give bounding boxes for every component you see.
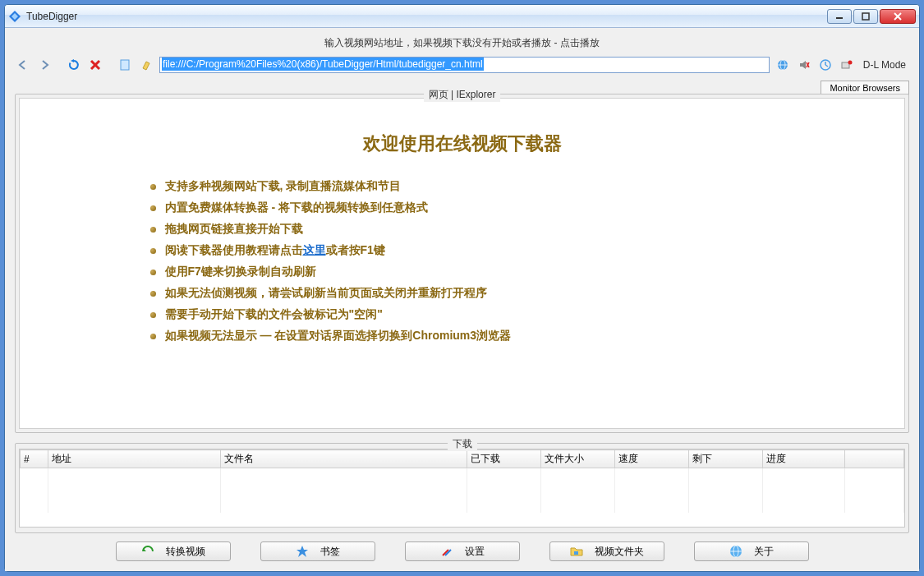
about-button[interactable]: 关于 xyxy=(694,541,809,561)
settings-button[interactable]: 设置 xyxy=(405,541,520,561)
toolbar: file:///C:/Program%20Files%20(x86)/TubeD… xyxy=(15,55,909,78)
welcome-list: 支持多种视频网站下载, 录制直播流媒体和节目 内置免费媒体转换器 - 将下载的视… xyxy=(150,176,775,347)
about-icon xyxy=(729,545,742,558)
client-area: 输入视频网站地址，如果视频下载没有开始或者播放 - 点击播放 file:///C… xyxy=(5,28,919,571)
col-filesize[interactable]: 文件大小 xyxy=(541,450,615,468)
download-fieldset-label: 下载 xyxy=(448,437,477,451)
back-button[interactable] xyxy=(15,57,31,73)
download-fieldset: 下载 # 地址 文件名 已下载 文件大小 xyxy=(15,443,909,533)
welcome-item: 如果视频无法显示 — 在设置对话界面选择切换到Chromium3浏览器 xyxy=(150,325,775,347)
svg-point-16 xyxy=(848,61,852,65)
page-icon[interactable] xyxy=(117,57,133,73)
star-icon xyxy=(296,545,309,558)
record-icon[interactable] xyxy=(839,57,855,73)
col-progress[interactable]: 进度 xyxy=(763,450,845,468)
convert-icon xyxy=(141,545,154,558)
browser-fieldset-label: 网页 | IExplorer xyxy=(424,88,501,102)
titlebar[interactable]: TubeDigger xyxy=(5,5,919,28)
convert-label: 转换视频 xyxy=(166,545,205,559)
table-header-row: # 地址 文件名 已下载 文件大小 速度 剩下 进度 xyxy=(21,450,904,468)
bookmark-label: 书签 xyxy=(320,545,340,559)
col-speed[interactable]: 速度 xyxy=(615,450,689,468)
welcome-item: 使用F7键来切换录制自动刷新 xyxy=(150,261,775,283)
globe-icon[interactable] xyxy=(775,57,791,73)
svg-line-14 xyxy=(825,65,828,67)
clock-icon[interactable] xyxy=(817,57,834,73)
stop-button[interactable] xyxy=(87,57,103,73)
welcome-item: 阅读下载器使用教程请点击这里或者按F1键 xyxy=(150,240,775,261)
app-icon xyxy=(8,10,21,23)
col-spacer xyxy=(845,450,904,468)
url-input[interactable]: file:///C:/Program%20Files%20(x86)/TubeD… xyxy=(159,57,770,73)
col-downloaded[interactable]: 已下载 xyxy=(467,450,541,468)
welcome-item: 支持多种视频网站下载, 录制直播流媒体和节目 xyxy=(150,176,775,197)
svg-rect-15 xyxy=(842,62,849,68)
download-table-wrap[interactable]: # 地址 文件名 已下载 文件大小 速度 剩下 进度 xyxy=(19,449,905,528)
window-title: TubeDigger xyxy=(26,11,827,22)
tools-icon xyxy=(440,545,453,558)
bookmark-button[interactable]: 书签 xyxy=(260,541,375,561)
convert-button[interactable]: 转换视频 xyxy=(116,541,231,561)
folder-button[interactable]: 视频文件夹 xyxy=(549,541,664,561)
browser-fieldset: 网页 | IExplorer 欢迎使用在线视频下载器 支持多种视频网站下载, 录… xyxy=(15,94,909,433)
folder-icon xyxy=(570,545,583,558)
col-remaining[interactable]: 剩下 xyxy=(689,450,763,468)
welcome-item: 内置免费媒体转换器 - 将下载的视频转换到任意格式 xyxy=(150,197,775,219)
welcome-item: 如果无法侦测视频，请尝试刷新当前页面或关闭并重新打开程序 xyxy=(150,283,775,304)
svg-rect-1 xyxy=(862,13,869,20)
col-filename[interactable]: 文件名 xyxy=(221,450,467,468)
bottom-buttons: 转换视频 书签 设置 视频文件夹 关于 xyxy=(15,533,909,563)
minimize-button[interactable] xyxy=(827,9,852,24)
maximize-button[interactable] xyxy=(853,9,878,24)
welcome-item: 拖拽网页链接直接开始下载 xyxy=(150,219,775,240)
welcome-page: 欢迎使用在线视频下载器 支持多种视频网站下载, 录制直播流媒体和节目 内置免费媒… xyxy=(150,131,775,347)
welcome-item: 需要手动开始下载的文件会被标记为"空闲" xyxy=(150,304,775,325)
mute-icon[interactable] xyxy=(796,57,812,73)
window-controls xyxy=(827,9,916,24)
tutorial-link[interactable]: 这里 xyxy=(303,243,326,256)
col-num[interactable]: # xyxy=(21,450,48,468)
table-row xyxy=(21,498,904,513)
main-window: TubeDigger 输入视频网站地址，如果视频下载没有开始或者播放 - 点击播… xyxy=(4,4,920,572)
folder-label: 视频文件夹 xyxy=(595,545,644,559)
svg-rect-19 xyxy=(574,551,578,555)
svg-rect-6 xyxy=(121,60,129,70)
download-table: # 地址 文件名 已下载 文件大小 速度 剩下 进度 xyxy=(20,449,904,513)
about-label: 关于 xyxy=(754,545,774,559)
mode-label[interactable]: D-L Mode xyxy=(860,59,909,71)
table-row xyxy=(21,483,904,498)
close-button[interactable] xyxy=(880,9,916,24)
hint-text: 输入视频网站地址，如果视频下载没有开始或者播放 - 点击播放 xyxy=(15,35,909,55)
refresh-button[interactable] xyxy=(66,57,82,73)
forward-button[interactable] xyxy=(36,57,53,73)
settings-label: 设置 xyxy=(465,545,485,559)
table-row xyxy=(21,468,904,483)
url-text: file:///C:/Program%20Files%20(x86)/TubeD… xyxy=(162,58,484,71)
monitor-browsers-tab[interactable]: Monitor Browsers xyxy=(821,81,909,94)
browser-content[interactable]: 欢迎使用在线视频下载器 支持多种视频网站下载, 录制直播流媒体和节目 内置免费媒… xyxy=(19,98,905,429)
clear-icon[interactable] xyxy=(138,57,154,73)
col-url[interactable]: 地址 xyxy=(48,450,221,468)
welcome-title: 欢迎使用在线视频下载器 xyxy=(150,131,775,156)
